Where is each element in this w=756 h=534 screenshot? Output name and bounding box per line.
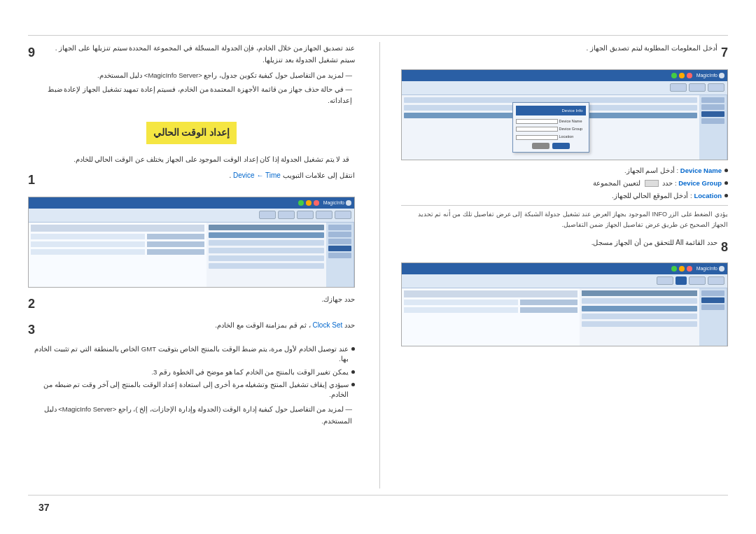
- bdetail-3: [404, 300, 518, 305]
- mock-title-1: MagicInfo: [323, 199, 344, 207]
- mock-detail-area: [29, 223, 206, 287]
- step-7: 7 أدخل المعلومات المطلوبة ليتم تصديق الج…: [401, 42, 728, 64]
- dialog-row-group: Device Group: [516, 126, 586, 132]
- mock-dialog: Device Info Device Name Device Group Loc…: [512, 102, 589, 153]
- mock-main-right: Device Info Device Name Device Group Loc…: [402, 95, 699, 160]
- section-title-container: إعداد الوقت الحالي: [28, 113, 355, 150]
- bmock-row-1: [582, 298, 697, 304]
- bullet-dot-2: [351, 370, 355, 374]
- right-column: 7 أدخل المعلومات المطلوبة ليتم تصديق الج…: [401, 42, 728, 489]
- mock-toolbar-1: [29, 209, 354, 223]
- step-3: 3 حدد Clock Set ، ثم قم بمزامنة الوقت مع…: [28, 319, 355, 341]
- step-1-text: انتقل إلى علامات التبويب: [283, 171, 355, 179]
- dialog-ok-btn: [552, 143, 570, 149]
- page-container: 37 9 عند تصديق الجهاز من خلال الخادم، فإ…: [0, 0, 756, 534]
- sidebar-item-4: [328, 246, 351, 251]
- step-8: 8 حدد القائمة All للتحقق من أن الجهاز مس…: [401, 237, 728, 258]
- mock-title-bottom: MagicInfo: [696, 265, 718, 273]
- rsidebar-3: [701, 111, 724, 117]
- bullet-dot-1: [351, 347, 355, 351]
- mock-dot-b1: [719, 266, 724, 272]
- step-1: 1 انتقل إلى علامات التبويب Device ← Time…: [28, 169, 355, 191]
- bmock-row-4: [582, 321, 697, 327]
- mock-detail-5: [31, 241, 145, 247]
- sub-bullet-2: يمكن تغيير الوقت بالمنتج من الخادم كما ه…: [28, 367, 355, 377]
- sub-bullet-2-text: يمكن تغيير الوقت بالمنتج من الخادم كما ه…: [151, 367, 349, 377]
- mock-sidebar-1: [326, 223, 354, 287]
- step-3-blue: Clock Set: [312, 321, 342, 329]
- mock-close-b: [687, 266, 692, 272]
- section-title: إعداد الوقت الحالي: [146, 122, 237, 144]
- left-column: 9 عند تصديق الجهاز من خلال الخادم، فإن ا…: [28, 42, 358, 489]
- mock-row-header: [209, 225, 324, 230]
- mock-sidebar-right: [699, 95, 727, 160]
- mock-btn-4: [278, 211, 295, 219]
- right-bullet-2: Device Group : حدد لتعيين المجموعة: [401, 178, 728, 188]
- mock-body-right: Device Info Device Name Device Group Loc…: [402, 95, 727, 160]
- dialog-label-group: Device Group: [559, 126, 586, 132]
- bullet-1-label: Device Name: [680, 167, 722, 174]
- step-1-number: 1: [28, 169, 35, 191]
- mock-close-r: [687, 73, 692, 78]
- dialog-input-location: [516, 135, 558, 140]
- dialog-label-location: Location: [559, 134, 586, 140]
- sub-bullet-1: عند توصيل الخادم لأول مرة، يتم ضبط الوقت…: [28, 344, 355, 365]
- mock-row-4: [209, 255, 324, 261]
- page-number: 37: [38, 502, 50, 513]
- sidebar-item-1: [328, 225, 351, 230]
- mock-detail-bottom: [402, 288, 580, 346]
- rsidebar-1: [701, 97, 724, 103]
- mock-bbtn-active: [676, 276, 687, 285]
- mock-header-right: MagicInfo: [402, 70, 727, 81]
- group-icon: [645, 180, 659, 187]
- sub-bullet-1-text: عند توصيل الخادم لأول مرة، يتم ضبط الوقت…: [28, 344, 349, 365]
- dialog-row-name: Device Name: [516, 118, 586, 125]
- mock-close: [314, 200, 319, 206]
- mock-max-r: [671, 73, 677, 78]
- rsidebar-2: [701, 104, 724, 110]
- right-bullets: Device Name : أدخل اسم الجهاز. Device Gr…: [401, 166, 728, 202]
- right-dot-3: [724, 194, 728, 197]
- bullet-2-text: : حدد: [662, 179, 676, 187]
- note-2: — في حالة حذف جهاز من قائمة الأجهزة المع…: [28, 84, 355, 106]
- sidebar-item-2: [328, 232, 351, 237]
- mock-min-b: [679, 266, 685, 272]
- bmock-row-3: [582, 314, 697, 319]
- step-3-suffix: ، ثم قم بمزامنة الوقت مع الخادم.: [215, 321, 310, 329]
- step-2-number: 2: [28, 293, 35, 315]
- note-1: — لمزيد من التفاصيل حول كيفية تكوين جدول…: [28, 70, 355, 81]
- sub-bullet-3-text: سيؤدي إيقاف تشغيل المنتج وتشغيله مرة أخر…: [28, 380, 349, 400]
- main-content: 9 عند تصديق الجهاز من خلال الخادم، فإن ا…: [28, 42, 728, 489]
- bsidebar-1: [701, 290, 724, 296]
- bdetail-2: [520, 300, 578, 305]
- bdetail-1: [404, 290, 578, 297]
- mock-detail-6: [147, 249, 204, 255]
- screenshot-right-bottom: MagicInfo: [401, 262, 728, 346]
- mock-rbtn-2: [689, 83, 706, 92]
- sub-bullet-3: سيؤدي إيقاف تشغيل المنتج وتشغيله مرة أخر…: [28, 380, 355, 400]
- bmock-row-2: [582, 306, 697, 311]
- mock-header-bottom: MagicInfo: [402, 263, 727, 274]
- step-1-blue: Device ← Time: [233, 171, 281, 179]
- screenshot-1: MagicInfo: [28, 197, 355, 288]
- mock-title-right: MagicInfo: [696, 71, 718, 80]
- dialog-cancel-btn: [532, 143, 550, 149]
- step-3-number: 3: [28, 319, 35, 341]
- step-9-number: 9: [28, 42, 35, 64]
- mock-row-2: [209, 240, 324, 246]
- bmock-header: [582, 290, 697, 296]
- dialog-input-name: [516, 119, 558, 124]
- mock-detail-4: [147, 241, 204, 247]
- mock-row-3: [209, 248, 324, 253]
- step-9-text: عند تصديق الجهاز من خلال الخادم، فإن الج…: [55, 44, 355, 64]
- bullet-2-suffix: لتعيين المجموعة: [593, 179, 640, 187]
- mock-bbtn-2: [689, 276, 706, 285]
- mock-row-5: [209, 263, 324, 269]
- right-bullet-1-text: Device Name : أدخل اسم الجهاز.: [624, 166, 722, 176]
- mock-btn-3: [297, 211, 314, 219]
- info-box: يؤدي الضغط على الزر INFO الموجود بجهاز ا…: [401, 205, 728, 230]
- step-3-text: حدد: [344, 321, 355, 329]
- mock-body-bottom: [402, 288, 727, 346]
- mock-btn-2: [316, 211, 332, 219]
- mock-min-r: [679, 73, 685, 78]
